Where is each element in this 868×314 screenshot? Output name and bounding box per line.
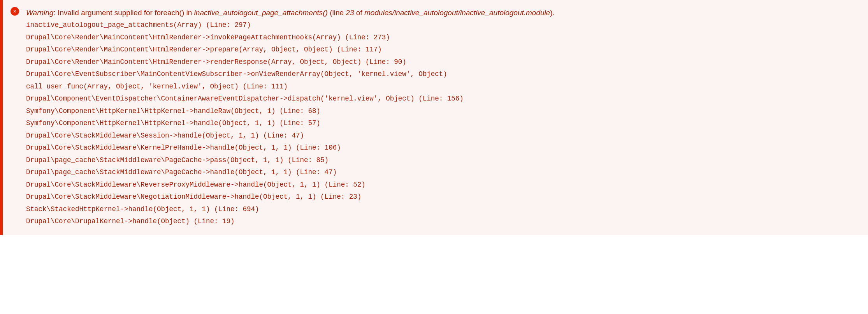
- warning-closing: ).: [550, 9, 555, 17]
- warning-summary: Warning: Invalid argument supplied for f…: [26, 7, 859, 18]
- error-message: Warning: Invalid argument supplied for f…: [0, 0, 868, 235]
- close-x-icon: [12, 9, 17, 14]
- warning-of: of: [354, 9, 364, 17]
- warning-line-number: 23: [346, 9, 354, 17]
- error-icon: [11, 7, 19, 16]
- message-body: Warning: Invalid argument supplied for f…: [26, 7, 859, 228]
- warning-line-prefix: (line: [328, 9, 346, 17]
- stack-trace: inactive_autologout_page_attachments(Arr…: [26, 19, 859, 228]
- warning-file: modules/inactive_autologout/inactive_aut…: [364, 9, 550, 17]
- warning-level: Warning: [26, 9, 53, 17]
- warning-text: : Invalid argument supplied for foreach(…: [53, 9, 194, 17]
- warning-function: inactive_autologout_page_attachments(): [194, 9, 328, 17]
